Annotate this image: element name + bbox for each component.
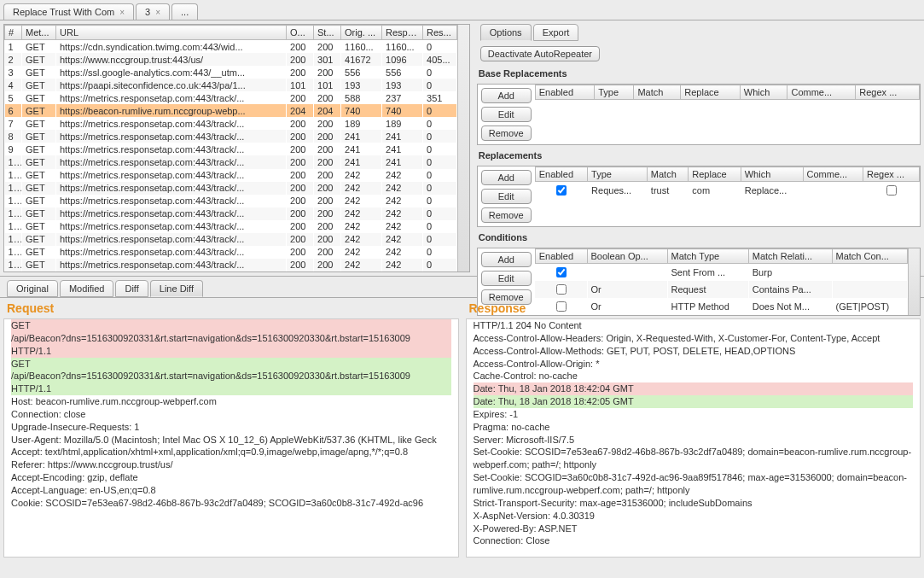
close-icon[interactable]: ×	[155, 8, 160, 17]
enabled-checkbox[interactable]	[886, 185, 897, 196]
column-header[interactable]: Comme...	[803, 167, 863, 182]
table-row[interactable]: 12GEThttps://metrics.responsetap.com:443…	[5, 182, 457, 195]
column-header[interactable]: Match	[634, 85, 681, 100]
edit-button[interactable]: Edit	[481, 107, 532, 122]
text-line: Referer: https://www.nccgroup.trust/us/	[11, 458, 451, 471]
replacements-title: Replacements	[474, 149, 924, 162]
table-row[interactable]: 13GEThttps://metrics.responsetap.com:443…	[5, 195, 457, 207]
text-line: /api/Beacon?dns=1516300920331&rt.start=n…	[11, 370, 451, 382]
text-line: HTTP/1.1 204 No Content	[474, 319, 914, 332]
column-header[interactable]: Replace	[681, 85, 740, 100]
table-row[interactable]: 1GEThttps://cdn.syndication.twimg.com:44…	[5, 40, 457, 54]
enabled-checkbox[interactable]	[556, 267, 567, 277]
text-line: Cache-Control: no-cache	[474, 370, 914, 382]
text-line: Strict-Transport-Security: max-age=31536…	[474, 497, 914, 510]
top-tab[interactable]: Replace Trust With Com×	[3, 3, 134, 20]
column-header[interactable]: Comme...	[787, 85, 856, 100]
conditions-title: Conditions	[474, 231, 924, 244]
text-line: Pragma: no-cache	[474, 421, 914, 434]
column-header[interactable]: Res...	[423, 26, 457, 40]
table-row[interactable]: 9GEThttps://metrics.responsetap.com:443/…	[5, 143, 457, 155]
text-line: X-Powered-By: ASP.NET	[474, 523, 914, 535]
text-line: Accept: text/html,application/xhtml+xml,…	[11, 446, 451, 458]
table-row[interactable]: 8GEThttps://metrics.responsetap.com:443/…	[5, 130, 457, 143]
enabled-checkbox[interactable]	[556, 185, 567, 196]
column-header[interactable]: Replace	[689, 167, 741, 182]
response-body[interactable]: HTTP/1.1 204 No ContentAccess-Control-Al…	[466, 318, 921, 558]
table-row[interactable]: 18GEThttps://metrics.responsetap.com:443…	[5, 259, 457, 271]
table-row[interactable]: 10GEThttps://metrics.responsetap.com:443…	[5, 155, 457, 168]
column-header[interactable]: Match Relati...	[748, 249, 832, 264]
text-line: Date: Thu, 18 Jan 2018 18:42:05 GMT	[474, 395, 914, 408]
text-line: Cookie: SCOSID=7e53ea67-98d2-46b8-867b-9…	[11, 497, 451, 510]
column-header[interactable]: Match	[647, 167, 688, 182]
column-header[interactable]: URL	[56, 26, 287, 40]
column-header[interactable]: St...	[314, 26, 341, 40]
table-row[interactable]: 16GEThttps://metrics.responsetap.com:443…	[5, 233, 457, 246]
top-tab[interactable]: ...	[171, 3, 198, 20]
text-line: Accept-Encoding: gzip, deflate	[11, 471, 451, 484]
table-row[interactable]: OrRequestContains Pa...	[535, 281, 907, 298]
column-header[interactable]: Resp. ...	[382, 26, 423, 40]
table-row[interactable]: 7GEThttps://metrics.responsetap.com:443/…	[5, 117, 457, 130]
add-button[interactable]: Add	[481, 88, 532, 103]
edit-button[interactable]: Edit	[481, 271, 532, 286]
detail-tab[interactable]: Diff	[115, 280, 148, 297]
text-line: GET	[11, 319, 451, 332]
text-line: Access-Control-Allow-Origin: *	[474, 358, 914, 371]
column-header[interactable]: Type	[588, 167, 648, 182]
edit-button[interactable]: Edit	[481, 189, 532, 204]
enabled-checkbox[interactable]	[556, 284, 567, 295]
column-header[interactable]: Which	[741, 167, 803, 182]
text-line: Connection: close	[11, 408, 451, 421]
close-icon[interactable]: ×	[119, 8, 125, 17]
table-row[interactable]: 2GEThttps://www.nccgroup.trust:443/us/20…	[5, 53, 457, 66]
table-row[interactable]: 11GEThttps://metrics.responsetap.com:443…	[5, 169, 457, 182]
remove-button[interactable]: Remove	[481, 207, 532, 223]
table-row[interactable]: 3GEThttps://ssl.google-analytics.com:443…	[5, 66, 457, 79]
table-row[interactable]: Sent From ...Burp	[535, 264, 907, 282]
column-header[interactable]: Enabled	[535, 249, 587, 264]
column-header[interactable]: O...	[287, 26, 314, 40]
column-header[interactable]: Which	[740, 85, 787, 100]
detail-tab[interactable]: Line Diff	[150, 280, 203, 297]
request-title: Request	[0, 298, 462, 318]
deactivate-button[interactable]: Deactivate AutoRepeater	[480, 46, 600, 61]
column-header[interactable]: Enabled	[535, 167, 587, 182]
table-row[interactable]: Reques...trustcomReplace...	[535, 182, 919, 200]
column-header[interactable]: Match Type	[667, 249, 748, 264]
column-header[interactable]: Type	[595, 85, 634, 100]
add-button[interactable]: Add	[481, 170, 532, 185]
history-table[interactable]: #Met...URLO...St...Orig. ...Resp. ...Res…	[3, 24, 470, 272]
table-row[interactable]: 5GEThttps://metrics.responsetap.com:443/…	[5, 91, 457, 104]
column-header[interactable]: Met...	[22, 26, 56, 40]
column-header[interactable]: Regex ...	[856, 85, 920, 100]
table-row[interactable]: 17GEThttps://metrics.responsetap.com:443…	[5, 246, 457, 259]
text-line: HTTP/1.1	[11, 345, 451, 358]
text-line: Host: beacon-rumlive.rum.nccgroup-webper…	[11, 395, 451, 408]
text-line: Access-Control-Allow-Methods: GET, PUT, …	[474, 345, 914, 358]
column-header[interactable]: Regex ...	[863, 167, 920, 182]
remove-button[interactable]: Remove	[481, 126, 532, 141]
scrollbar[interactable]	[457, 25, 469, 271]
column-header[interactable]: Enabled	[535, 85, 595, 100]
column-header[interactable]: #	[5, 26, 22, 40]
subtab[interactable]: Options	[480, 24, 532, 41]
add-button[interactable]: Add	[481, 252, 532, 267]
table-row[interactable]: 6GEThttps://beacon-rumlive.rum.nccgroup-…	[5, 104, 457, 117]
text-line: /api/Beacon?dns=1516300920331&rt.start=n…	[11, 332, 451, 345]
table-row[interactable]: 15GEThttps://metrics.responsetap.com:443…	[5, 220, 457, 233]
table-row[interactable]: 4GEThttps://paapi.siteconfidence.co.uk:4…	[5, 79, 457, 91]
top-tab[interactable]: 3×	[136, 3, 170, 20]
detail-tab[interactable]: Modified	[60, 280, 114, 297]
column-header[interactable]: Boolean Op...	[587, 249, 667, 264]
table-row[interactable]: 14GEThttps://metrics.responsetap.com:443…	[5, 207, 457, 220]
text-line: Set-Cookie: SCOSID=7e53ea67-98d2-46b8-86…	[474, 446, 914, 471]
text-line: Server: Microsoft-IIS/7.5	[474, 434, 914, 447]
detail-tab[interactable]: Original	[7, 280, 58, 297]
column-header[interactable]: Orig. ...	[341, 26, 382, 40]
subtab[interactable]: Export	[533, 24, 579, 41]
column-header[interactable]: Match Con...	[832, 249, 907, 264]
request-body[interactable]: GET/api/Beacon?dns=1516300920331&rt.star…	[3, 318, 459, 558]
text-line: X-AspNet-Version: 4.0.30319	[474, 510, 914, 523]
